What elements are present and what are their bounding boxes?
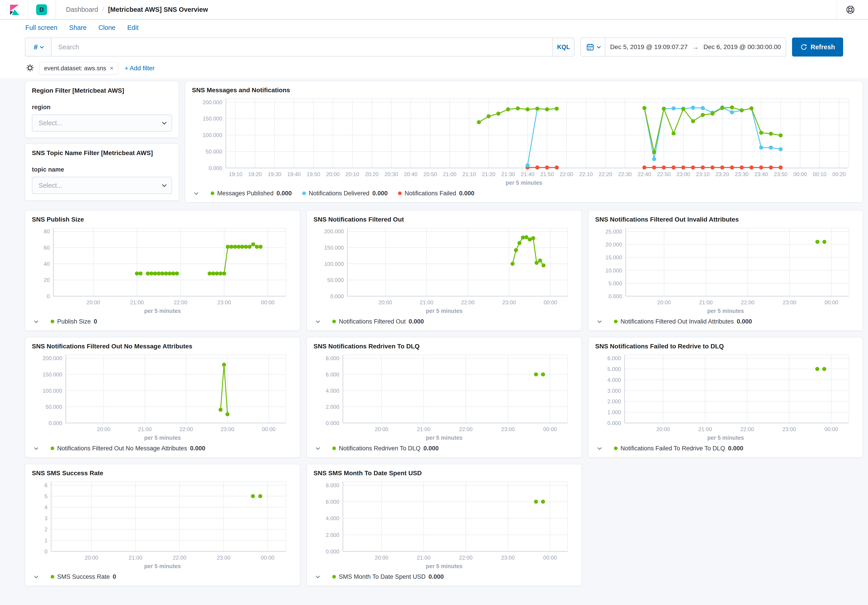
legend-collapse-icon[interactable] bbox=[34, 574, 38, 578]
share-link[interactable]: Share bbox=[69, 24, 87, 31]
svg-text:0.000: 0.000 bbox=[326, 549, 339, 555]
legend-collapse-icon[interactable] bbox=[316, 445, 320, 450]
edit-link[interactable]: Edit bbox=[127, 24, 139, 31]
svg-text:0: 0 bbox=[47, 293, 50, 299]
end-date-button[interactable]: Dec 6, 2019 @ 00:30:00.00 bbox=[704, 43, 781, 51]
region-select[interactable]: Select... bbox=[32, 115, 172, 132]
svg-text:100.000: 100.000 bbox=[42, 388, 62, 394]
topic-name-select[interactable]: Select... bbox=[32, 177, 172, 194]
chart-canvas[interactable]: 20:0021:0022:0023:0000:000.0002.0004.000… bbox=[313, 478, 575, 562]
legend-collapse-icon[interactable] bbox=[597, 445, 601, 450]
full-screen-link[interactable]: Full screen bbox=[25, 24, 57, 31]
svg-text:19:10: 19:10 bbox=[229, 171, 242, 177]
svg-text:50.000: 50.000 bbox=[206, 149, 222, 155]
legend-item[interactable]: Publish Size0 bbox=[51, 318, 97, 325]
svg-text:23:00: 23:00 bbox=[783, 299, 796, 306]
chart-plot-area[interactable]: 20:0021:0022:0023:0000:000.0001.0002.000… bbox=[595, 351, 856, 433]
remove-filter-icon[interactable]: × bbox=[110, 65, 113, 72]
help-icon[interactable] bbox=[846, 5, 855, 14]
chart-plot-area[interactable]: 20:0021:0022:0023:0000:000.00050.000100.… bbox=[32, 351, 293, 433]
chart-canvas[interactable]: 20:0021:0022:0023:0000:000.0002.0004.000… bbox=[313, 351, 575, 433]
kibana-logo[interactable] bbox=[9, 4, 20, 16]
add-filter-link[interactable]: + Add filter bbox=[124, 65, 155, 72]
legend-collapse-icon[interactable] bbox=[194, 191, 198, 195]
svg-text:22:00: 22:00 bbox=[174, 299, 188, 306]
legend-item[interactable]: SMS Success Rate0 bbox=[51, 573, 116, 580]
series-color-dot bbox=[398, 191, 401, 195]
chevron-down-icon bbox=[162, 120, 167, 124]
legend-label: Notifications Filtered Out Invalid Attri… bbox=[620, 318, 734, 325]
svg-text:23:30: 23:30 bbox=[735, 171, 749, 177]
dashboard-actions: Full screen Share Clone Edit bbox=[25, 24, 139, 31]
svg-text:20:00: 20:00 bbox=[375, 555, 388, 561]
space-avatar[interactable]: D bbox=[36, 4, 47, 15]
chart-plot-area[interactable]: 20:0021:0022:0023:0000:00020406080 bbox=[32, 225, 293, 307]
svg-text:19:20: 19:20 bbox=[248, 171, 262, 177]
chart-canvas[interactable]: 19:1019:2019:3019:4019:5020:0020:1020:20… bbox=[192, 95, 856, 178]
svg-text:21:10: 21:10 bbox=[462, 171, 476, 177]
legend-item[interactable]: SMS Month To Date Spent USD0.000 bbox=[332, 573, 444, 580]
svg-text:8.000: 8.000 bbox=[326, 482, 339, 488]
legend-item[interactable]: Notifications Filtered Out Invalid Attri… bbox=[614, 318, 752, 325]
chart-canvas[interactable]: 20:0021:0022:0023:0000:000.00050.000100.… bbox=[313, 225, 575, 307]
svg-text:23:00: 23:00 bbox=[501, 555, 515, 561]
chart-plot-area[interactable]: 20:0021:0022:0023:0000:000.0002.0004.000… bbox=[313, 478, 575, 562]
svg-text:20:30: 20:30 bbox=[384, 171, 398, 177]
filter-pill[interactable]: event.dataset: aws.sns × bbox=[39, 62, 118, 74]
svg-text:21:30: 21:30 bbox=[501, 171, 515, 177]
chart-canvas[interactable]: 20:0021:0022:0023:0000:000.0005.00010.00… bbox=[595, 225, 856, 307]
breadcrumb-dashboard[interactable]: Dashboard bbox=[66, 6, 98, 13]
chart-plot-area[interactable]: 20:0021:0022:0023:0000:000.0005.00010.00… bbox=[595, 225, 856, 307]
legend-collapse-icon[interactable] bbox=[34, 445, 38, 450]
chart-canvas[interactable]: 20:0021:0022:0023:0000:000.00050.000100.… bbox=[32, 351, 293, 433]
series-color-dot bbox=[51, 575, 54, 579]
svg-text:21:00: 21:00 bbox=[417, 555, 430, 561]
legend-item[interactable]: Notifications Delivered0.000 bbox=[302, 190, 388, 197]
svg-text:200.000: 200.000 bbox=[324, 228, 344, 234]
filter-options-gear-icon[interactable] bbox=[25, 63, 35, 73]
x-axis-title: per 5 minutes bbox=[32, 433, 293, 442]
query-language-button[interactable]: KQL bbox=[552, 38, 574, 56]
legend-item[interactable]: Notifications Redriven To DLQ0.000 bbox=[332, 445, 439, 452]
series-color-dot bbox=[332, 575, 336, 579]
saved-query-menu-button[interactable]: # bbox=[25, 38, 51, 56]
svg-text:150.000: 150.000 bbox=[324, 245, 344, 251]
calendar-menu-button[interactable] bbox=[581, 38, 605, 56]
query-bar: # Search KQL bbox=[25, 37, 843, 56]
chart-canvas[interactable]: 20:0021:0022:0023:0000:000123456 bbox=[32, 478, 293, 562]
svg-text:20.000: 20.000 bbox=[606, 242, 622, 248]
chart-legend: Messages Published0.000Notifications Del… bbox=[192, 187, 856, 199]
clone-link[interactable]: Clone bbox=[98, 24, 116, 31]
svg-text:22:00: 22:00 bbox=[459, 555, 473, 561]
start-date-button[interactable]: Dec 5, 2019 @ 19:09:07.27 bbox=[610, 43, 688, 51]
svg-text:22:30: 22:30 bbox=[618, 171, 632, 177]
panel-title: SNS SMS Success Rate bbox=[32, 470, 293, 477]
legend-collapse-icon[interactable] bbox=[34, 319, 38, 323]
chart-plot-area[interactable]: 20:0021:0022:0023:0000:000123456 bbox=[32, 478, 293, 562]
chart-plot-area[interactable]: 20:0021:0022:0023:0000:000.00050.000100.… bbox=[313, 225, 575, 307]
legend-collapse-icon[interactable] bbox=[316, 574, 320, 578]
chart-canvas[interactable]: 20:0021:0022:0023:0000:00020406080 bbox=[32, 225, 293, 307]
legend-item[interactable]: Notifications Filtered Out No Message At… bbox=[51, 445, 205, 452]
date-range: Dec 5, 2019 @ 19:09:07.27 → Dec 6, 2019 … bbox=[605, 43, 786, 51]
legend-collapse-icon[interactable] bbox=[597, 319, 601, 323]
legend-item[interactable]: Messages Published0.000 bbox=[211, 190, 292, 197]
series-color-dot bbox=[332, 447, 336, 450]
header-divider bbox=[837, 0, 837, 19]
svg-text:23:00: 23:00 bbox=[217, 555, 230, 561]
x-axis-title: per 5 minutes bbox=[595, 433, 856, 442]
chart-plot-area[interactable]: 19:1019:2019:3019:4019:5020:0020:1020:20… bbox=[192, 95, 856, 178]
svg-text:20:00: 20:00 bbox=[656, 426, 670, 432]
chart-canvas[interactable]: 20:0021:0022:0023:0000:000.0001.0002.000… bbox=[595, 351, 856, 433]
legend-collapse-icon[interactable] bbox=[316, 319, 320, 323]
legend-item[interactable]: Notifications Failed To Redrive To DLQ0.… bbox=[614, 445, 743, 452]
svg-text:23:00: 23:00 bbox=[502, 299, 516, 306]
refresh-button[interactable]: Refresh bbox=[792, 37, 843, 56]
search-input[interactable]: Search bbox=[51, 38, 552, 56]
legend-item[interactable]: Notifications Filtered Out0.000 bbox=[332, 318, 424, 325]
svg-text:2: 2 bbox=[45, 526, 48, 532]
legend-label: Notifications Delivered bbox=[309, 190, 370, 197]
legend-item[interactable]: Notifications Failed0.000 bbox=[398, 190, 474, 197]
chart-plot-area[interactable]: 20:0021:0022:0023:0000:000.0002.0004.000… bbox=[313, 351, 575, 433]
svg-text:100.000: 100.000 bbox=[203, 132, 222, 138]
